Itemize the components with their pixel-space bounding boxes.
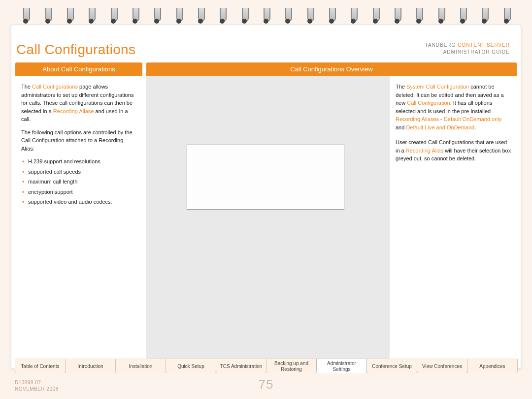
tab-installation[interactable]: Installation <box>115 359 166 373</box>
right-para2: User created Call Configurations that ar… <box>396 138 512 163</box>
left-para2: The following call options are controlle… <box>21 128 136 153</box>
right-heading: Call Configurations Overview <box>146 62 517 76</box>
bullet-item: encryption support <box>21 188 136 196</box>
left-para1: The Call Configurations page allows admi… <box>21 83 136 123</box>
brand-name: TANDBERG <box>425 42 458 48</box>
left-column: About Call Configurations The Call Confi… <box>15 62 142 361</box>
tab-tcs-administration[interactable]: TCS Administration <box>216 359 266 373</box>
right-column: Call Configurations Overview The System … <box>146 62 517 361</box>
page-number: 75 <box>15 377 517 392</box>
bullet-item: supported call speeds <box>21 168 136 176</box>
footer: D13898.07 NOVEMBER 2008 75 <box>15 379 517 392</box>
tab-quick-setup[interactable]: Quick Setup <box>166 359 216 373</box>
inner-box <box>187 145 344 210</box>
tab-conference-setup[interactable]: Conference Setup <box>366 359 417 373</box>
nav-tabs: Table of ContentsIntroductionInstallatio… <box>15 359 517 373</box>
tab-backing-up-and-restoring[interactable]: Backing up and Restoring <box>266 359 317 373</box>
brand-product: CONTENT SERVER <box>458 42 510 48</box>
tab-appendices[interactable]: Appendices <box>467 359 518 373</box>
left-heading: About Call Configurations <box>15 62 142 76</box>
page: Call Configurations TANDBERG CONTENT SER… <box>11 25 521 369</box>
screenshot-placeholder <box>146 76 390 361</box>
bullet-item: supported video and audio codecs. <box>21 198 136 206</box>
bullet-item: maximum call length <box>21 178 136 186</box>
left-body: The Call Configurations page allows admi… <box>15 76 142 215</box>
content-columns: About Call Configurations The Call Confi… <box>11 62 521 361</box>
bullet-item: H.239 support and resolutions <box>21 157 136 166</box>
header: Call Configurations TANDBERG CONTENT SER… <box>11 25 521 62</box>
brand-block: TANDBERG CONTENT SERVER ADMINISTRATOR GU… <box>425 42 510 56</box>
bullet-list: H.239 support and resolutionssupported c… <box>21 157 136 206</box>
tab-view-conferences[interactable]: View Conferences <box>417 359 467 373</box>
brand-subtitle: ADMINISTRATOR GUIDE <box>425 49 510 56</box>
right-split: The System Call Configuration cannot be … <box>146 76 517 361</box>
tab-introduction[interactable]: Introduction <box>65 359 116 373</box>
right-text: The System Call Configuration cannot be … <box>393 76 517 361</box>
page-title: Call Configurations <box>16 42 135 58</box>
tab-table-of-contents[interactable]: Table of Contents <box>15 359 66 373</box>
tab-administrator-settings[interactable]: Administrator Settings <box>316 359 367 373</box>
right-para1: The System Call Configuration cannot be … <box>396 83 512 131</box>
